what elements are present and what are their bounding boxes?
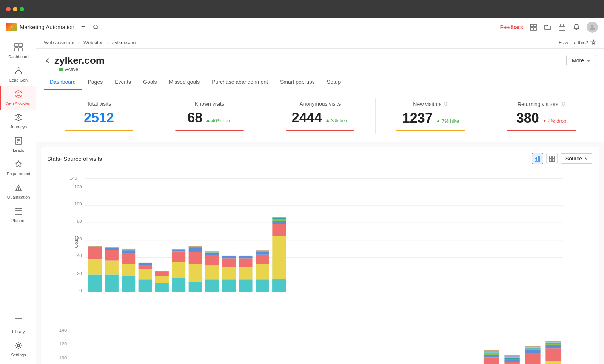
titlebar: [0, 0, 604, 18]
svg-rect-41: [539, 156, 540, 161]
svg-rect-123: [272, 224, 286, 236]
stat-underline: [175, 130, 244, 131]
add-button[interactable]: +: [79, 23, 87, 31]
status-dot: [59, 68, 63, 71]
main-layout: Dashboard Lead Gen Web Assistant Journey…: [0, 36, 604, 364]
sidebar-item-dashboard[interactable]: Dashboard: [0, 39, 36, 63]
sidebar-item-qualification[interactable]: Qualification: [0, 180, 36, 203]
sidebar: Dashboard Lead Gen Web Assistant Journey…: [0, 36, 36, 364]
svg-rect-125: [272, 219, 286, 221]
sidebar-item-engagement[interactable]: Engagement: [0, 156, 36, 180]
sidebar-item-label: Planner: [11, 218, 26, 223]
tab-missed-goals[interactable]: Missed goals: [163, 75, 206, 90]
close-button[interactable]: [6, 7, 11, 11]
svg-rect-14: [19, 48, 22, 51]
svg-rect-93: [189, 252, 202, 264]
bar-chart-view-button[interactable]: [532, 153, 543, 164]
calendar-icon[interactable]: [558, 23, 566, 31]
breadcrumb-websites[interactable]: Websites: [83, 40, 103, 45]
svg-rect-89: [172, 250, 185, 251]
svg-point-10: [591, 25, 594, 27]
svg-rect-2: [530, 24, 533, 27]
more-label: More: [572, 57, 584, 63]
tab-purchase-abandonment[interactable]: Purchase abandonment: [206, 75, 274, 90]
page-header-top: zylker.com Active More: [44, 55, 596, 72]
tab-smart-popups[interactable]: Smart pop-ups: [274, 75, 321, 90]
breadcrumb-web-assistant[interactable]: Web assistant: [44, 40, 74, 45]
source-dropdown[interactable]: Source: [561, 153, 593, 164]
svg-rect-99: [205, 265, 219, 279]
svg-rect-6: [559, 25, 565, 30]
list-icon[interactable]: [529, 23, 538, 31]
svg-rect-76: [122, 250, 135, 250]
breadcrumb-sep: ›: [107, 40, 109, 45]
more-button[interactable]: More: [566, 55, 596, 66]
svg-rect-72: [122, 276, 135, 292]
svg-rect-94: [189, 248, 202, 252]
svg-rect-117: [256, 252, 269, 254]
tab-goals[interactable]: Goals: [137, 75, 163, 90]
favorite-button[interactable]: Favorite this?: [559, 39, 596, 45]
tab-events[interactable]: Events: [109, 75, 137, 90]
folder-icon[interactable]: [544, 23, 552, 31]
sidebar-item-planner[interactable]: Planner: [0, 203, 36, 227]
svg-rect-67: [105, 275, 119, 292]
sidebar-item-leads[interactable]: Leads: [0, 133, 36, 156]
stat-label: Anonymous visits: [271, 101, 369, 107]
svg-rect-113: [239, 256, 253, 256]
sidebar-item-label: Qualification: [7, 195, 30, 199]
svg-rect-95: [189, 248, 202, 248]
favorite-label: Favorite this?: [559, 40, 588, 45]
sidebar-item-label: Web Assistant: [5, 101, 32, 106]
back-button[interactable]: [44, 57, 51, 65]
sidebar-item-journeys[interactable]: Journeys: [0, 110, 36, 133]
sidebar-item-lead-gen[interactable]: Lead Gen: [0, 63, 36, 86]
svg-rect-101: [205, 252, 219, 255]
info-icon[interactable]: ⓘ: [561, 101, 565, 107]
info-icon[interactable]: ⓘ: [444, 101, 448, 107]
planner-icon: [14, 207, 23, 217]
stat-total-visits: Total visits 2512: [44, 98, 154, 134]
search-icon[interactable]: [92, 23, 100, 31]
minimize-button[interactable]: [13, 7, 17, 11]
maximize-button[interactable]: [20, 7, 24, 11]
tab-setup[interactable]: Setup: [321, 75, 347, 90]
sidebar-item-settings[interactable]: Settings: [0, 338, 36, 361]
svg-rect-63: [88, 275, 102, 292]
sidebar-item-library[interactable]: Library: [0, 314, 36, 338]
svg-rect-64: [88, 259, 102, 274]
svg-rect-44: [549, 159, 552, 161]
window-controls: [6, 7, 24, 11]
svg-point-21: [18, 117, 19, 118]
stat-label: Returning visitors ⓘ: [492, 101, 590, 107]
page-title: zylker.com: [54, 55, 105, 66]
stat-underline: [65, 130, 133, 131]
svg-rect-12: [19, 43, 22, 47]
svg-rect-90: [172, 249, 185, 250]
stat-returning-visitors: Returning visitors ⓘ 380 4% drop: [486, 98, 596, 134]
app-header: Z Marketing Automation + Feedback: [0, 18, 604, 36]
svg-rect-84: [155, 271, 169, 276]
tab-pages[interactable]: Pages: [82, 75, 109, 90]
svg-rect-105: [222, 267, 236, 280]
settings-icon: [14, 341, 23, 351]
svg-rect-98: [205, 279, 219, 292]
page-header: zylker.com Active More Dashboard Pages E…: [36, 49, 604, 90]
bell-icon[interactable]: [572, 23, 581, 31]
svg-rect-75: [122, 250, 135, 253]
avatar[interactable]: [587, 22, 598, 33]
stat-label: Known visits: [160, 101, 259, 107]
status-label: Active: [65, 66, 78, 72]
tab-dashboard[interactable]: Dashboard: [44, 75, 82, 90]
svg-rect-100: [205, 255, 219, 265]
appbar-left: Z Marketing Automation +: [6, 23, 100, 31]
sidebar-item-web-assistant[interactable]: Web Assistant: [0, 86, 36, 110]
grid-chart-view-button[interactable]: [546, 153, 558, 164]
svg-rect-114: [256, 279, 269, 292]
svg-text:100: 100: [74, 201, 82, 206]
feedback-link[interactable]: Feedback: [500, 24, 523, 30]
sidebar-item-label: Leads: [13, 148, 24, 153]
engagement-icon: [14, 160, 23, 170]
sidebar-item-label: Engagement: [7, 171, 30, 176]
svg-rect-42: [549, 156, 552, 158]
